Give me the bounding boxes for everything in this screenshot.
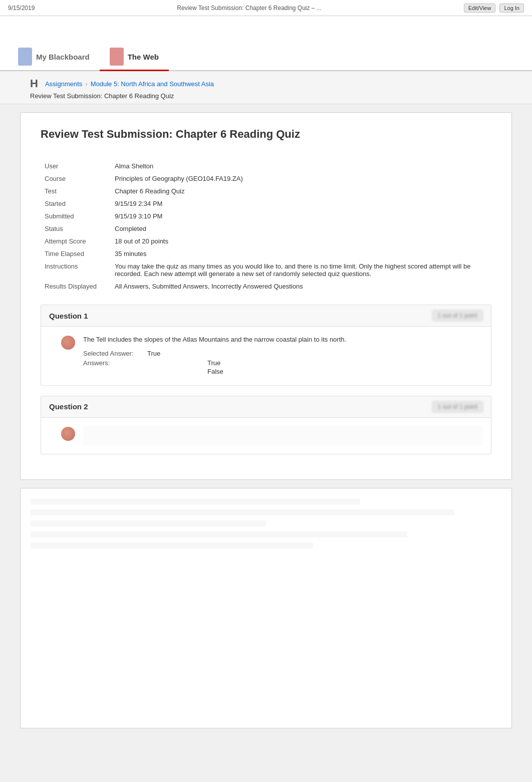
question-2-body (41, 418, 491, 454)
selected-answer-label: Selected Answer: (83, 350, 143, 357)
submitted-label: Submitted (41, 210, 111, 222)
question-2-header: Question 2 1 out of 1 point (41, 396, 491, 418)
top-bar-date: 9/15/2019 (8, 5, 35, 12)
test-value: Chapter 6 Reading Quiz (111, 185, 491, 197)
answers-list: True False (207, 359, 223, 375)
results-label: Results Displayed (41, 280, 111, 293)
started-label: Started (41, 197, 111, 210)
info-row-test: Test Chapter 6 Reading Quiz (41, 185, 491, 197)
nav-tabs: My Blackboard The Web (0, 16, 532, 71)
tab-my-blackboard[interactable]: My Blackboard (8, 44, 100, 71)
results-value: All Answers, Submitted Answers, Incorrec… (111, 280, 491, 293)
question-1-num: Question 1 (49, 312, 88, 320)
info-row-course: Course Principles of Geography (GEO104.F… (41, 172, 491, 185)
question-1-content: The Tell includes the slopes of the Atla… (83, 335, 483, 377)
question-1-header: Question 1 1 out of 1 point (41, 305, 491, 327)
question-1-text: The Tell includes the slopes of the Atla… (83, 335, 483, 345)
instructions-label: Instructions (41, 260, 111, 280)
answers-label: Answers: (83, 359, 143, 375)
tab-icon-web (110, 48, 124, 66)
info-row-time-elapsed: Time Elapsed 35 minutes (41, 247, 491, 260)
login-button[interactable]: Log In (499, 4, 524, 13)
top-bar-actions: Edit/View Log In (464, 4, 524, 13)
question-1-selected-answer-row: Selected Answer: True (83, 350, 483, 357)
top-bar: 9/15/2019 Review Test Submission: Chapte… (0, 0, 532, 16)
instructions-value: You may take the quiz as many times as y… (111, 260, 491, 280)
breadcrumb-link-module[interactable]: Module 5: North Africa and Southwest Asi… (91, 80, 214, 88)
breadcrumb-current: Review Test Submission: Chapter 6 Readin… (30, 90, 502, 102)
submitted-value: 9/15/19 3:10 PM (111, 210, 491, 222)
question-2-score: 1 out of 1 point (432, 401, 483, 412)
answer-option-true: True (207, 359, 223, 367)
course-label: Course (41, 172, 111, 185)
tab-the-web[interactable]: The Web (100, 44, 169, 71)
breadcrumb-area: H Assignments › Module 5: North Africa a… (0, 71, 532, 104)
breadcrumb-h: H (30, 77, 38, 90)
page-title: Review Test Submission: Chapter 6 Readin… (41, 128, 491, 146)
attempt-score-label: Attempt Score (41, 235, 111, 247)
question-1-body: The Tell includes the slopes of the Atla… (41, 327, 491, 385)
faded-content (21, 488, 511, 564)
question-2-content (83, 426, 483, 446)
tab-icon-blackboard (18, 48, 32, 66)
info-row-attempt-score: Attempt Score 18 out of 20 points (41, 235, 491, 247)
attempt-score-value: 18 out of 20 points (111, 235, 491, 247)
second-card (20, 488, 512, 728)
tab-label-blackboard: My Blackboard (36, 53, 90, 61)
question-1-answers-row: Answers: True False (83, 359, 483, 375)
question-1-icon (61, 336, 75, 350)
breadcrumb-link-assignments[interactable]: Assignments (45, 80, 82, 88)
time-elapsed-label: Time Elapsed (41, 247, 111, 260)
info-table: User Alma Shelton Course Principles of G… (41, 160, 491, 293)
breadcrumb: H Assignments › Module 5: North Africa a… (30, 77, 502, 90)
info-row-status: Status Completed (41, 222, 491, 235)
main-card: Review Test Submission: Chapter 6 Readin… (20, 112, 512, 480)
user-value: Alma Shelton (111, 160, 491, 172)
question-2-num: Question 2 (49, 402, 88, 411)
test-label: Test (41, 185, 111, 197)
question-2-block: Question 2 1 out of 1 point (41, 396, 491, 454)
breadcrumb-sep1: › (85, 80, 87, 88)
selected-answer-value: True (147, 350, 160, 357)
question-1-score: 1 out of 1 point (432, 310, 483, 321)
question-2-icon (61, 427, 75, 441)
status-label: Status (41, 222, 111, 235)
editview-button[interactable]: Edit/View (464, 4, 496, 13)
status-value: Completed (111, 222, 491, 235)
top-bar-title: Review Test Submission: Chapter 6 Readin… (177, 5, 322, 12)
question-1-block: Question 1 1 out of 1 point The Tell inc… (41, 305, 491, 386)
info-row-user: User Alma Shelton (41, 160, 491, 172)
info-row-instructions: Instructions You may take the quiz as ma… (41, 260, 491, 280)
info-row-started: Started 9/15/19 2:34 PM (41, 197, 491, 210)
info-row-submitted: Submitted 9/15/19 3:10 PM (41, 210, 491, 222)
course-value: Principles of Geography (GEO104.FA19.ZA) (111, 172, 491, 185)
time-elapsed-value: 35 minutes (111, 247, 491, 260)
started-value: 9/15/19 2:34 PM (111, 197, 491, 210)
tab-label-web: The Web (128, 53, 159, 61)
answer-option-false: False (207, 368, 223, 375)
info-row-results: Results Displayed All Answers, Submitted… (41, 280, 491, 293)
user-label: User (41, 160, 111, 172)
